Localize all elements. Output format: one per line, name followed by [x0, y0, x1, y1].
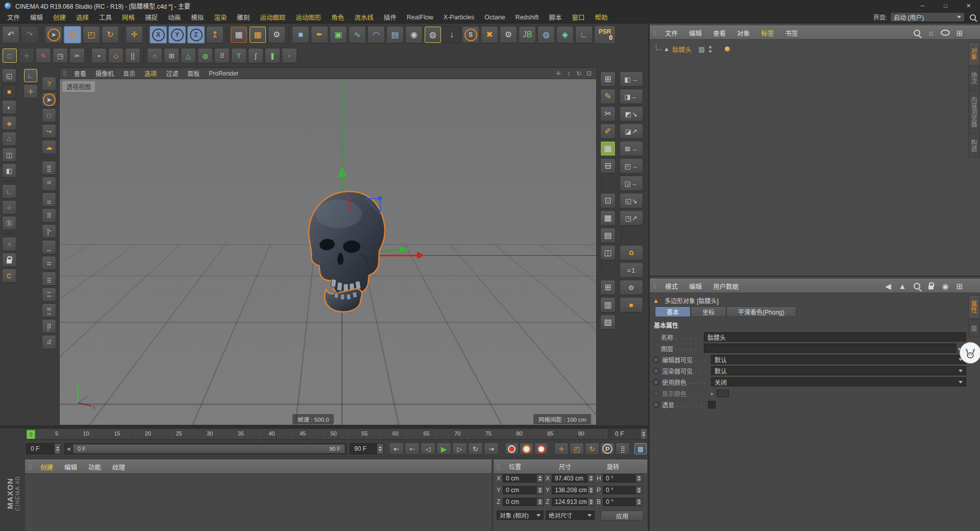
viewport-menu-camera[interactable]: 摄像机 — [91, 69, 118, 78]
om-menu-edit[interactable]: 编辑 — [683, 28, 707, 38]
am-menu-userdata[interactable]: 用户数据 — [707, 281, 744, 291]
transform-tool[interactable]: ✛ — [19, 48, 34, 63]
menu-snap[interactable]: 捕捉 — [140, 12, 163, 22]
solo-preview-button[interactable]: ↓ — [443, 26, 460, 43]
drag-handle-icon[interactable]: ⣿ — [650, 30, 659, 36]
knife-palette-button[interactable]: ✂ — [600, 106, 616, 122]
live-selection-tool[interactable]: ➤ — [45, 26, 62, 43]
menu-window[interactable]: 窗口 — [567, 12, 590, 22]
am-menu-edit[interactable]: 编辑 — [683, 281, 707, 291]
pos-z-input[interactable]: 0 cm — [503, 498, 544, 506]
goto-end-button[interactable]: ⇥ — [484, 443, 499, 455]
menu-character[interactable]: 角色 — [326, 12, 349, 22]
om-menu-tag[interactable]: 标签 — [755, 28, 779, 38]
object-tree-row[interactable]: ▲ 骷髅头 ▨ — [654, 44, 730, 54]
subdivision-surface-button[interactable]: ▣ — [330, 26, 347, 43]
lock-workplane-button[interactable] — [2, 253, 16, 267]
rotate-tool[interactable]: ↻ — [102, 26, 119, 43]
rot-h-input[interactable]: 0 ° — [603, 474, 643, 482]
display-tag-icon[interactable]: ▨ — [698, 45, 704, 53]
menu-sculpt[interactable]: 雕刻 — [232, 12, 255, 22]
wire-sphere-tool[interactable]: ◍ — [198, 48, 213, 63]
stepper-icon[interactable] — [536, 498, 543, 505]
psr-reset-button[interactable]: PSR 0 — [594, 26, 616, 44]
palette-grid-button-3[interactable]: ⣤ — [42, 192, 56, 207]
layer-cube-toggle-6[interactable]: ◰→ — [620, 158, 643, 174]
layer-cube-toggle-3[interactable]: ◩↘ — [620, 106, 643, 122]
record-selection-button[interactable] — [534, 443, 548, 455]
interface-select[interactable]: 启动 (用户) — [890, 12, 965, 22]
extrude-tool[interactable]: △ — [181, 48, 196, 63]
move-tool[interactable]: ✛ — [64, 26, 81, 43]
menu-animation[interactable]: 动画 — [163, 12, 186, 22]
size-mode-select[interactable]: 绝对尺寸 — [546, 511, 595, 520]
y-axis-lock-button[interactable]: Y — [168, 26, 186, 43]
autokey-button[interactable] — [520, 443, 533, 455]
palette-grid-button-11[interactable]: ⡿ — [42, 319, 56, 333]
cube-edit-tool[interactable]: ◳ — [53, 48, 68, 63]
move-axis-button[interactable]: ✛ — [23, 84, 38, 99]
menu-render[interactable]: 渲染 — [209, 12, 232, 22]
layer-cube-toggle-1[interactable]: ◧→ — [620, 71, 643, 87]
add-floor-button[interactable]: ▤ — [386, 26, 404, 43]
tab-basic[interactable]: 基本 — [655, 306, 691, 317]
stepper-icon[interactable] — [635, 475, 642, 482]
menu-simulate[interactable]: 模拟 — [186, 12, 209, 22]
mat-menu-texture[interactable]: 纹理 — [107, 462, 131, 472]
object-name[interactable]: 骷髅头 — [672, 44, 692, 54]
loop-play-button[interactable]: ↻ — [468, 443, 483, 455]
keyframe-dot-icon[interactable] — [653, 401, 659, 408]
current-frame-field[interactable]: 0 F — [26, 443, 61, 454]
stepper-icon[interactable] — [640, 429, 647, 439]
polygons-mode-small-button[interactable]: ⣿ — [125, 48, 140, 63]
sculpt-pen-button[interactable]: ✎ — [600, 89, 616, 104]
menu-redshift[interactable]: Redshift — [510, 14, 544, 21]
mirror-tool[interactable]: ⊞ — [164, 48, 179, 63]
viewport-menu-view[interactable]: 查看 — [69, 69, 91, 78]
close-button[interactable]: ✕ — [957, 0, 980, 11]
active-grid-button[interactable]: ▩ — [600, 141, 616, 156]
palette-grid-button-9[interactable]: ⠭ — [42, 287, 56, 302]
use-color-select[interactable]: 关闭 — [711, 377, 966, 387]
grid-palette-button-7[interactable]: ▥ — [600, 297, 616, 312]
eye-icon[interactable] — [940, 28, 950, 38]
key-parameter-toggle[interactable]: P — [600, 443, 615, 455]
ruler-frame-field[interactable]: 0 F — [610, 428, 647, 440]
rect-selection-tool[interactable]: □ — [2, 48, 17, 63]
palette-grid-button-2[interactable]: ⠛ — [42, 177, 56, 191]
palette-grid-button-1[interactable]: ⣿ — [42, 161, 56, 175]
viewport-scene[interactable]: 透视视图 — [60, 79, 596, 425]
layer-cube-toggle-7[interactable]: ◲← — [620, 176, 643, 191]
size-x-input[interactable]: 97.403 cm — [552, 474, 595, 482]
spline-pen-button[interactable]: ✒ — [311, 26, 328, 43]
palette-grid-button-10[interactable]: ⣛ — [42, 303, 56, 318]
menu-mesh[interactable]: 网格 — [117, 12, 140, 22]
orange-cube-button[interactable]: ■ — [620, 297, 643, 312]
render-picture-viewer-button[interactable]: ▦ — [249, 26, 266, 43]
magnet-snap-button[interactable]: ∩ — [2, 237, 16, 251]
view-label[interactable]: 透视视图 — [62, 81, 95, 92]
points-mode-small-button[interactable]: ▪ — [91, 48, 107, 63]
goto-prev-key-button[interactable]: ⇠ — [405, 443, 420, 455]
key-rotation-toggle[interactable]: ↻ — [585, 443, 599, 455]
menu-plugins[interactable]: 插件 — [379, 12, 402, 22]
point-pen-tool[interactable]: ✎ — [36, 48, 51, 63]
range-thumb[interactable]: 0 F 90 F — [73, 444, 345, 453]
mat-menu-create[interactable]: 创建 — [35, 462, 59, 472]
brush-palette-button[interactable]: ✐ — [600, 124, 616, 139]
plugin-render-button[interactable]: ⚙ — [500, 26, 517, 43]
active-frame-tool[interactable]: ∟ — [23, 68, 38, 83]
side-tab-content-browser[interactable]: 内容浏览器 — [968, 91, 980, 133]
om-menu-object[interactable]: 对象 — [731, 28, 755, 38]
om-menu-view[interactable]: 查看 — [707, 28, 731, 38]
menu-create[interactable]: 创建 — [48, 12, 71, 22]
menu-realflow[interactable]: RealFlow — [402, 14, 438, 21]
make-editable-button[interactable]: ◱ — [2, 68, 16, 83]
mat-menu-edit[interactable]: 编辑 — [59, 462, 83, 472]
y-axis-handle[interactable] — [337, 167, 347, 177]
play-button[interactable]: ▶ — [436, 443, 451, 455]
side-tab-attributes[interactable]: 属性 — [968, 295, 980, 319]
grid-palette-button-6[interactable]: ⊞ — [600, 280, 616, 295]
spline-smooth-tool[interactable]: ∫ — [248, 48, 263, 63]
menu-script[interactable]: 脚本 — [544, 12, 567, 22]
